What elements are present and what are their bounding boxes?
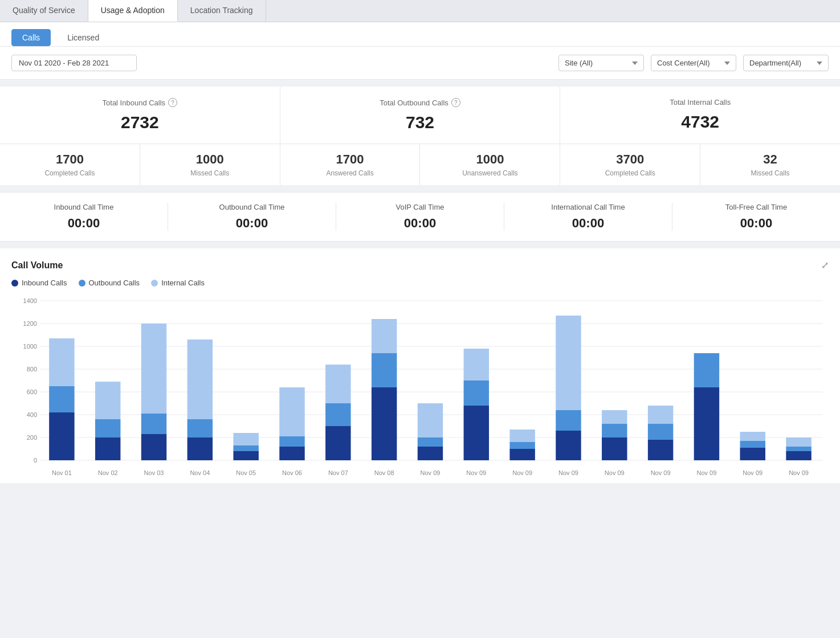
- svg-rect-18: [49, 338, 74, 386]
- internal-missed-value: 32: [712, 152, 829, 167]
- inbound-completed-label: Completed Calls: [11, 169, 128, 177]
- tab-usage-adoption[interactable]: Usage & Adoption: [88, 0, 178, 22]
- svg-rect-82: [786, 437, 811, 447]
- legend-label: Inbound Calls: [22, 279, 67, 287]
- department-dropdown[interactable]: Department(All): [743, 55, 829, 71]
- inbound-missed-label: Missed Calls: [152, 169, 268, 177]
- svg-rect-28: [187, 437, 213, 460]
- svg-rect-24: [141, 434, 166, 460]
- total-inbound-col: Total Inbound Calls ? 2732: [0, 87, 280, 144]
- svg-text:Nov 07: Nov 07: [328, 469, 348, 476]
- top-tab-bar: Quality of Service Usage & Adoption Loca…: [0, 0, 840, 22]
- legend-item: Inbound Calls: [11, 279, 67, 287]
- call-time-label: International Call Time: [504, 203, 672, 211]
- svg-rect-66: [602, 410, 627, 424]
- stats-container: Total Inbound Calls ? 2732 Total Outboun…: [0, 87, 840, 185]
- stats-top-row: Total Inbound Calls ? 2732 Total Outboun…: [0, 87, 840, 144]
- svg-rect-25: [141, 414, 166, 434]
- legend-label: Internal Calls: [161, 279, 205, 287]
- svg-rect-56: [509, 449, 535, 460]
- legend-item: Internal Calls: [151, 279, 205, 287]
- tab-location-tracking[interactable]: Location Tracking: [178, 0, 266, 22]
- svg-text:Nov 09: Nov 09: [466, 469, 486, 476]
- inbound-info-icon[interactable]: ?: [168, 98, 177, 107]
- svg-rect-44: [372, 387, 397, 460]
- outbound-unanswered-label: Unanswered Calls: [431, 169, 548, 177]
- svg-rect-76: [740, 448, 765, 460]
- svg-rect-36: [279, 447, 304, 460]
- call-time-col: VoIP Call Time 00:00: [336, 203, 504, 231]
- svg-rect-33: [233, 445, 258, 451]
- call-time-value: 00:00: [672, 216, 840, 231]
- svg-rect-58: [509, 430, 535, 442]
- svg-rect-72: [694, 387, 719, 460]
- legend-dot: [79, 280, 85, 287]
- bar-chart: 0200400600800100012001400Nov 01Nov 02Nov…: [11, 295, 829, 477]
- filters-row: Site (All) Cost Center(All) Department(A…: [0, 47, 840, 80]
- inbound-missed-col: 1000 Missed Calls: [140, 144, 280, 185]
- legend-dot: [151, 280, 158, 287]
- svg-text:Nov 09: Nov 09: [605, 469, 625, 476]
- sub-tab-licensed[interactable]: Licensed: [56, 29, 110, 46]
- outbound-unanswered-value: 1000: [431, 152, 548, 167]
- svg-rect-41: [325, 403, 350, 426]
- svg-rect-61: [556, 410, 581, 431]
- call-time-label: Toll-Free Call Time: [672, 203, 840, 211]
- svg-rect-22: [95, 382, 120, 419]
- svg-text:Nov 09: Nov 09: [421, 469, 441, 476]
- svg-rect-20: [95, 437, 120, 460]
- total-inbound-label: Total Inbound Calls ?: [14, 98, 266, 107]
- outbound-answered-label: Answered Calls: [292, 169, 409, 177]
- svg-rect-37: [279, 436, 304, 447]
- svg-rect-70: [648, 406, 673, 424]
- total-outbound-label: Total Outbound Calls ?: [294, 98, 547, 107]
- svg-rect-38: [279, 387, 304, 436]
- svg-text:1400: 1400: [23, 297, 37, 304]
- svg-rect-53: [464, 381, 489, 406]
- svg-rect-52: [464, 406, 489, 460]
- internal-missed-col: 32 Missed Calls: [700, 144, 840, 185]
- svg-rect-21: [95, 419, 120, 437]
- svg-rect-60: [556, 431, 581, 460]
- svg-rect-16: [49, 412, 74, 460]
- svg-rect-62: [556, 316, 581, 410]
- chart-title: Call Volume: [11, 260, 63, 271]
- sub-tab-calls[interactable]: Calls: [11, 29, 51, 46]
- chart-legend: Inbound Calls Outbound Calls Internal Ca…: [11, 279, 829, 287]
- internal-completed-col: 3700 Completed Calls: [560, 144, 700, 185]
- expand-icon[interactable]: ⤢: [821, 260, 829, 271]
- svg-rect-64: [602, 437, 627, 460]
- svg-text:Nov 09: Nov 09: [743, 469, 762, 476]
- total-internal-col: Total Internal Calls 4732: [560, 87, 840, 144]
- stats-bottom-row: 1700 Completed Calls 1000 Missed Calls 1…: [0, 144, 840, 185]
- svg-rect-34: [233, 433, 258, 445]
- call-time-label: Inbound Call Time: [0, 203, 168, 211]
- total-inbound-value: 2732: [14, 113, 266, 132]
- call-time-label: Outbound Call Time: [168, 203, 336, 211]
- svg-text:Nov 09: Nov 09: [696, 469, 716, 476]
- call-times-row: Inbound Call Time 00:00Outbound Call Tim…: [0, 192, 840, 242]
- svg-text:Nov 01: Nov 01: [52, 469, 72, 476]
- svg-text:Nov 05: Nov 05: [236, 469, 256, 476]
- internal-completed-label: Completed Calls: [572, 169, 688, 177]
- svg-rect-40: [325, 426, 350, 460]
- svg-rect-81: [786, 447, 811, 451]
- svg-text:1200: 1200: [23, 320, 37, 327]
- total-internal-label: Total Internal Calls: [574, 98, 826, 107]
- svg-rect-77: [740, 441, 765, 448]
- legend-dot: [11, 280, 18, 287]
- svg-rect-48: [418, 447, 443, 460]
- svg-rect-54: [464, 349, 489, 381]
- svg-rect-65: [602, 424, 627, 437]
- call-time-col: Toll-Free Call Time 00:00: [672, 203, 840, 231]
- internal-completed-value: 3700: [572, 152, 688, 167]
- tab-quality-of-service[interactable]: Quality of Service: [0, 0, 88, 22]
- sub-tab-bar: Calls Licensed: [0, 22, 840, 47]
- outbound-info-icon[interactable]: ?: [451, 98, 460, 107]
- call-time-value: 00:00: [336, 216, 504, 231]
- site-dropdown[interactable]: Site (All): [558, 55, 644, 71]
- cost-center-dropdown[interactable]: Cost Center(All): [651, 55, 736, 71]
- legend-item: Outbound Calls: [79, 279, 140, 287]
- date-range-input[interactable]: [11, 55, 137, 71]
- call-time-label: VoIP Call Time: [336, 203, 504, 211]
